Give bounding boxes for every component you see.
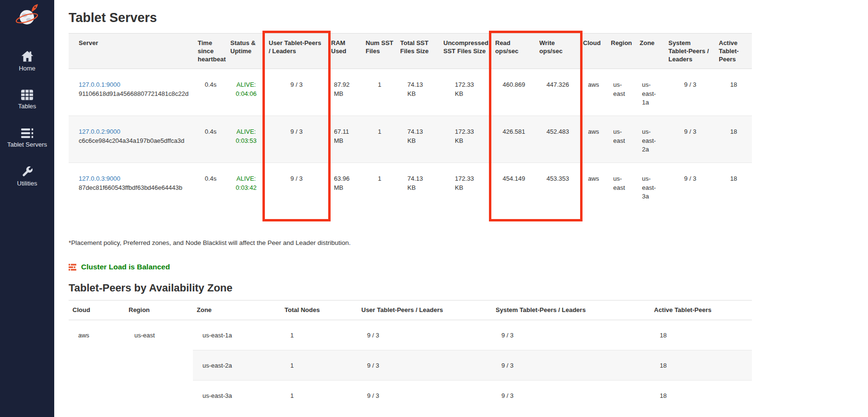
cell-total-nodes: 1 (281, 380, 357, 410)
cell-cloud: aws (580, 162, 607, 209)
cell-user-peers: 9 / 3 (357, 380, 492, 410)
col-header-uncompressed-sst: Uncompressed SST Files Size (440, 34, 492, 69)
server-uuid: 87dec81f660543ffbdf63bd46e64443b (79, 184, 192, 193)
cell-write-ops: 452.483 (536, 116, 580, 162)
cell-write-ops: 453.353 (536, 162, 580, 209)
cell-ram: 87.92 MB (328, 69, 362, 116)
cell-active-peers: 18 (715, 162, 752, 209)
col-header-region: Region (607, 34, 636, 69)
col-header-active-peers: Active Tablet-Peers (650, 301, 752, 320)
servers-table-wrap: Server Time since heartbeat Status & Upt… (69, 33, 752, 209)
region-value: us-east (613, 81, 630, 99)
yugabyte-logo[interactable] (15, 3, 40, 30)
server-uuid: c6c6ce984c204a34a197b0ae5dffca3d (79, 137, 192, 146)
cell-active-peers: 18 (650, 320, 752, 350)
page-title: Tablet Servers (69, 11, 868, 25)
uncompressed-sst-value: 172.33 KB (455, 174, 477, 193)
cell-region: us-east (607, 116, 636, 162)
tables-icon (21, 89, 34, 101)
total-sst-value: 74.13 KB (407, 81, 429, 99)
home-icon (21, 50, 34, 63)
total-sst-value: 74.13 KB (407, 127, 429, 146)
zone-value: us-east-1a (642, 81, 659, 108)
sidebar: Home Tables Tablet Servers Ut (0, 0, 54, 417)
cell-active-peers: 18 (715, 116, 752, 162)
cell-cloud: aws (580, 116, 607, 162)
cell-system-peers: 9 / 3 (665, 162, 715, 209)
status-alive: ALIVE: (230, 81, 262, 90)
cell-server: 127.0.0.2:9000 c6c6ce984c204a34a197b0ae5… (69, 116, 194, 162)
cell-total-sst: 74.13 KB (397, 69, 440, 116)
cell-user-peers: 9 / 3 (265, 69, 328, 116)
cell-num-sst: 1 (362, 116, 397, 162)
col-header-user-peers: User Tablet-Peers / Leaders (357, 301, 492, 320)
col-header-server: Server (69, 34, 194, 69)
az-table: Cloud Region Zone Total Nodes User Table… (69, 300, 752, 410)
sidebar-item-tablet-servers[interactable]: Tablet Servers (0, 127, 54, 148)
cell-total-nodes: 1 (281, 350, 357, 380)
col-header-read-ops: Read ops/sec (492, 34, 536, 69)
sidebar-item-tables[interactable]: Tables (0, 89, 54, 110)
server-row: 127.0.0.1:9000 91106618d91a4566880772148… (69, 69, 752, 116)
total-sst-value: 74.13 KB (407, 174, 429, 193)
status-uptime: 0:03:42 (230, 184, 262, 193)
cell-zone: us-east-3a (193, 380, 281, 410)
col-header-zone: Zone (636, 34, 665, 69)
main-content: Tablet Servers Server Time since heartbe… (54, 0, 868, 410)
sidebar-item-label: Utilities (17, 180, 37, 187)
cell-system-peers: 9 / 3 (665, 69, 715, 116)
col-header-write-ops: Write ops/sec (536, 34, 580, 69)
placement-footnote: *Placement policy, Preferred zones, and … (69, 239, 868, 246)
cell-system-peers: 9 / 3 (492, 380, 650, 410)
cell-server: 127.0.0.1:9000 91106618d91a4566880772148… (69, 69, 194, 116)
cell-total-sst: 74.13 KB (397, 162, 440, 209)
cell-user-peers: 9 / 3 (357, 350, 492, 380)
az-section-title: Tablet-Peers by Availability Zone (69, 282, 868, 294)
cell-server: 127.0.0.3:9000 87dec81f660543ffbdf63bd46… (69, 162, 194, 209)
cell-region: us-east (607, 162, 636, 209)
sidebar-nav: Home Tables Tablet Servers Ut (0, 50, 54, 187)
col-header-heartbeat: Time since heartbeat (194, 34, 227, 69)
col-header-system-peers: System Tablet-Peers / Leaders (665, 34, 715, 69)
server-uuid: 91106618d91a45668807721481c8c22d (79, 90, 192, 99)
cell-status-uptime: ALIVE: 0:04:06 (227, 69, 265, 116)
cell-cloud: aws (69, 320, 125, 410)
cell-total-sst: 74.13 KB (397, 116, 440, 162)
ram-value: 87.92 MB (334, 81, 356, 99)
status-uptime: 0:03:53 (230, 137, 262, 146)
sidebar-item-home[interactable]: Home (0, 50, 54, 72)
cell-user-peers: 9 / 3 (265, 116, 328, 162)
status-alive: ALIVE: (230, 174, 262, 184)
tablet-servers-table: Server Time since heartbeat Status & Upt… (69, 33, 752, 209)
az-row: aws us-east us-east-1a 1 9 / 3 9 / 3 18 (69, 320, 752, 350)
server-link[interactable]: 127.0.0.3:9000 (79, 174, 192, 184)
col-header-zone: Zone (193, 301, 281, 320)
col-header-active-peers: Active Tablet-Peers (715, 34, 752, 69)
cell-zone: us-east-2a (193, 350, 281, 380)
cell-system-peers: 9 / 3 (665, 116, 715, 162)
server-link[interactable]: 127.0.0.1:9000 (79, 81, 192, 90)
cell-cloud: aws (580, 69, 607, 116)
cell-region: us-east (125, 320, 193, 410)
col-header-status-uptime: Status & Uptime (227, 34, 265, 69)
region-value: us-east (613, 127, 630, 146)
col-header-cloud: Cloud (69, 301, 125, 320)
ram-value: 67.11 MB (334, 127, 356, 146)
ram-value: 63.96 MB (334, 174, 356, 193)
sidebar-item-label: Tablet Servers (7, 141, 47, 148)
status-alive: ALIVE: (230, 127, 262, 137)
uncompressed-sst-value: 172.33 KB (455, 81, 477, 99)
cell-active-peers: 18 (650, 350, 752, 380)
utilities-icon (21, 165, 34, 178)
server-link[interactable]: 127.0.0.2:9000 (79, 127, 192, 137)
cell-write-ops: 447.326 (536, 69, 580, 116)
cell-ram: 67.11 MB (328, 116, 362, 162)
sidebar-item-utilities[interactable]: Utilities (0, 165, 54, 187)
cell-heartbeat: 0.4s (194, 116, 227, 162)
servers-table-header-row: Server Time since heartbeat Status & Upt… (69, 34, 752, 69)
cell-region: us-east (607, 69, 636, 116)
region-value: us-east (613, 174, 630, 193)
col-header-cloud: Cloud (580, 34, 607, 69)
zone-value: us-east-2a (642, 127, 659, 155)
uncompressed-sst-value: 172.33 KB (455, 127, 477, 146)
